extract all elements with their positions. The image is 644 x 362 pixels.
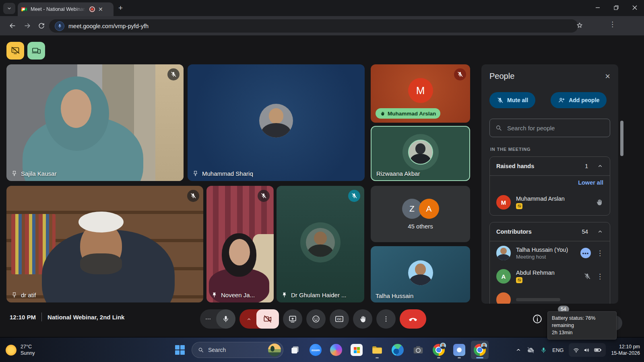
contributor-row-partial[interactable]: [490, 288, 610, 304]
mic-control[interactable]: [200, 309, 235, 329]
tray-date: 15-Mar-2026: [611, 350, 640, 356]
taskbar-search[interactable]: Search: [192, 342, 283, 358]
people-panel-close-button[interactable]: ×: [605, 72, 610, 81]
camera-off-icon: [263, 315, 272, 323]
tab-close-button[interactable]: ✕: [98, 6, 103, 12]
participant-name: Sajila Kausar: [21, 170, 56, 177]
contributors-header[interactable]: Contributors 54: [490, 222, 610, 241]
presentation-off-mini-badge: [516, 277, 522, 283]
camera-toggle-button[interactable]: [256, 309, 279, 329]
forward-button[interactable]: [22, 21, 33, 31]
video-tile-dr-atif[interactable]: dr atif: [6, 186, 203, 302]
panel-scrollbar-thumb[interactable]: [620, 121, 623, 156]
tab-search-button[interactable]: [3, 3, 15, 14]
window-close-button[interactable]: [625, 0, 644, 15]
raise-hand-button[interactable]: [353, 309, 372, 329]
devices-badge[interactable]: [27, 42, 45, 60]
chevron-up-icon[interactable]: [597, 228, 603, 235]
chevron-up-icon[interactable]: [597, 163, 603, 169]
participant-name: Talha Hussain: [376, 292, 413, 299]
mute-all-label: Mute all: [507, 97, 528, 103]
taskbar-clock[interactable]: 12:10 pm 15-Mar-2026: [611, 343, 640, 356]
participant-name: Muhammad Arslan: [516, 195, 590, 202]
bookmark-button[interactable]: [576, 21, 584, 29]
participant-name: dr atif: [21, 292, 36, 298]
video-tile-dr-ghulam-haider[interactable]: Dr Ghulam Haider ...: [277, 186, 364, 302]
taskbar-app-chrome-active[interactable]: [471, 341, 489, 359]
overflow-tile-45-others[interactable]: Z A 45 others: [371, 186, 470, 242]
window-minimize-button[interactable]: [588, 0, 607, 15]
row-menu-button[interactable]: ⋮: [597, 272, 603, 281]
presentation-off-badge[interactable]: [6, 42, 24, 60]
site-microphone-indicator-icon[interactable]: [55, 21, 64, 31]
more-actions-button[interactable]: •••: [580, 248, 591, 258]
start-button[interactable]: [171, 341, 189, 359]
more-options-button[interactable]: [376, 309, 396, 329]
video-tile-muhammad-arslan[interactable]: M Muhammad Arslan: [371, 64, 470, 123]
taskbar-app-zoom[interactable]: zoom: [307, 341, 324, 359]
tray-status-group[interactable]: [569, 343, 606, 357]
participant-name-label: Rizwaana Akbar: [376, 170, 420, 177]
mic-toggle-button[interactable]: [216, 309, 235, 329]
address-bar[interactable]: meet.google.com/vmp-pyfd-yfh: [49, 19, 578, 33]
lower-all-button[interactable]: Lower all: [490, 176, 610, 189]
camera-control[interactable]: [239, 309, 279, 329]
taskbar-app-chrome[interactable]: [430, 341, 448, 359]
participant-name: Muhammad Shariq: [202, 170, 253, 177]
pin-outline-icon: [11, 171, 17, 177]
task-view-button[interactable]: [286, 341, 304, 359]
taskbar-app-copilot[interactable]: [327, 341, 345, 359]
present-screen-button[interactable]: [283, 309, 302, 329]
video-tile-rizwaana-akbar[interactable]: Rizwaana Akbar: [371, 126, 470, 181]
tab-title: Meet - National Webinar, 2: [31, 6, 86, 12]
taskbar-app-edge[interactable]: [389, 341, 407, 359]
add-people-button[interactable]: Add people: [551, 92, 607, 108]
wifi-icon: [573, 347, 580, 354]
google-meet-favicon: [21, 6, 27, 12]
contributor-row-abdul-rehman[interactable]: A Abdul Rehman ⋮: [490, 265, 610, 288]
reactions-button[interactable]: [306, 309, 326, 329]
browser-tab[interactable]: Meet - National Webinar, 2 ✕: [18, 2, 114, 16]
reload-button[interactable]: [36, 21, 47, 31]
browser-menu-button[interactable]: ⋮: [609, 20, 616, 29]
video-tile-talha-hussain[interactable]: Talha Hussain: [371, 246, 470, 302]
add-people-label: Add people: [569, 97, 599, 103]
participant-name: Dr Ghulam Haider ...: [291, 292, 347, 298]
language-indicator[interactable]: ENG: [552, 347, 564, 353]
taskbar-tray: ENG 12:10 pm 15-Mar-2026: [516, 337, 640, 362]
raised-hands-header[interactable]: Raised hands 1: [490, 157, 610, 176]
tray-chevron-up-icon[interactable]: [516, 347, 521, 353]
participant-name-label: dr atif: [11, 292, 36, 298]
people-search-box[interactable]: [489, 119, 610, 137]
mute-all-button[interactable]: Mute all: [489, 92, 535, 108]
onedrive-paused-icon[interactable]: [526, 346, 535, 354]
taskbar-app-store[interactable]: [348, 341, 365, 359]
presentation-off-mini-badge: [516, 203, 522, 209]
camera-options-button[interactable]: [239, 309, 258, 329]
taskbar-app-camera[interactable]: [409, 341, 427, 359]
taskbar-weather-widget[interactable]: 27°C Sunny: [6, 337, 35, 362]
tray-time: 12:10 pm: [611, 343, 640, 350]
raised-hand-row-muhammad-arslan[interactable]: M Muhammad Arslan: [490, 189, 610, 215]
row-menu-button[interactable]: ⋮: [597, 249, 603, 257]
pin-outline-icon: [192, 171, 198, 177]
new-tab-button[interactable]: +: [118, 4, 123, 12]
participant-role: Meeting host: [516, 254, 575, 260]
taskbar-app-photos[interactable]: [450, 341, 468, 359]
chrome-browser-icon: [474, 344, 486, 356]
meeting-details-button[interactable]: [532, 314, 543, 324]
microphone-in-use-icon[interactable]: [540, 347, 547, 354]
video-tile-sajila-kausar[interactable]: Sajila Kausar: [6, 64, 184, 181]
contributor-row-talha-hussain[interactable]: Talha Hussain (You) Meeting host ••• ⋮: [490, 241, 610, 265]
window-restore-button[interactable]: [607, 0, 625, 15]
captions-button[interactable]: CC: [330, 309, 349, 329]
taskbar-app-file-explorer[interactable]: [368, 341, 386, 359]
end-call-button[interactable]: [400, 309, 426, 329]
people-search-input[interactable]: [507, 125, 605, 132]
pin-filled-icon: [211, 292, 217, 298]
video-tile-muhammad-shariq[interactable]: Muhammad Shariq: [188, 64, 365, 181]
raised-hands-section: Raised hands 1 Lower all M Muhammad Arsl…: [489, 156, 610, 216]
mic-options-button[interactable]: [200, 316, 216, 322]
video-tile-noveen[interactable]: Noveen Ja...: [206, 186, 274, 302]
back-button[interactable]: [7, 21, 18, 31]
